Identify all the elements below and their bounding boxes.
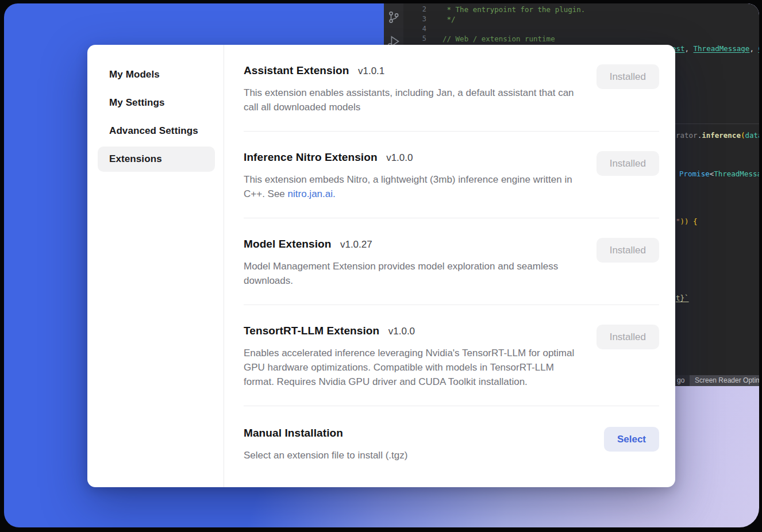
code-fragment: rator.inference(data)); xyxy=(676,131,759,140)
extension-action-button[interactable]: Installed xyxy=(596,151,659,176)
extension-description: This extension embeds Nitro, a lightweig… xyxy=(244,172,580,201)
extension-info: Inference Nitro Extension v1.0.0 This ex… xyxy=(244,150,580,201)
extension-action-button[interactable]: Installed xyxy=(596,64,659,89)
code-token: " xyxy=(676,217,680,226)
code-line: 4 xyxy=(403,24,759,34)
extension-row: TensortRT-LLM Extension v1.0.0 Enables a… xyxy=(244,305,659,406)
extension-version: v1.0.1 xyxy=(358,65,384,76)
settings-modal: My Models My Settings Advanced Settings … xyxy=(87,45,675,487)
extension-header: Model Extension v1.0.27 xyxy=(244,237,580,252)
code-token: )) { xyxy=(680,217,698,226)
extension-name: TensortRT-LLM Extension xyxy=(244,325,379,337)
sidebar-item-label: My Settings xyxy=(109,97,165,109)
extension-description-text: Enables accelerated inference leveraging… xyxy=(244,348,574,387)
extension-name: Inference Nitro Extension xyxy=(244,151,378,163)
extension-description-text: This extension enables assistants, inclu… xyxy=(244,87,574,113)
extension-info: Assistant Extension v1.0.1 This extensio… xyxy=(244,63,580,114)
extension-description: Model Management Extension provides mode… xyxy=(244,259,580,288)
extension-description: Enables accelerated inference leveraging… xyxy=(244,346,580,389)
code-token: inference xyxy=(702,131,741,140)
code-fragment: t}` xyxy=(676,294,689,302)
sidebar-item-label: Extensions xyxy=(109,153,162,165)
extension-action-button[interactable]: Select xyxy=(604,427,659,452)
line-number: 2 xyxy=(403,5,436,14)
code-text xyxy=(436,24,442,34)
source-control-icon[interactable] xyxy=(387,10,401,24)
line-number: 5 xyxy=(403,34,436,44)
code-token: data xyxy=(745,131,759,140)
code-token: ThreadMessage xyxy=(694,44,750,53)
extension-action-button[interactable]: Installed xyxy=(596,238,659,263)
settings-sidebar: My Models My Settings Advanced Settings … xyxy=(87,45,224,487)
extension-description-text: Model Management Extension provides mode… xyxy=(244,261,558,286)
extension-row: Manual Installation Select an extension … xyxy=(244,406,659,479)
extension-info: Manual Installation Select an extension … xyxy=(244,426,407,462)
extension-row: Inference Nitro Extension v1.0.0 This ex… xyxy=(244,132,659,218)
sidebar-item[interactable]: Extensions xyxy=(98,147,215,172)
code-text: // Web / extension runtime xyxy=(436,34,555,44)
extension-description: This extension enables assistants, inclu… xyxy=(244,86,580,114)
desktop-background: 2 * The entrypoint for the plugin. 3 */ … xyxy=(4,3,759,527)
code-fragment: Promise<ThreadMessage> xyxy=(679,169,759,178)
extension-link[interactable]: nitro.jan.ai. xyxy=(288,188,336,199)
code-token: , xyxy=(685,44,694,53)
extension-description: Select an extension file to install (.tg… xyxy=(244,448,407,462)
sidebar-item[interactable]: Advanced Settings xyxy=(98,118,215,144)
code-text: * The entrypoint for the plugin. xyxy=(436,5,585,14)
line-number: 4 xyxy=(403,24,436,34)
code-line: 5 // Web / extension runtime xyxy=(403,34,759,44)
code-token: Promise xyxy=(679,169,710,178)
extension-action-button[interactable]: Installed xyxy=(596,325,659,349)
code-fragment: ")) { xyxy=(676,217,698,226)
code-text: */ xyxy=(436,14,456,24)
code-token: * The entrypoint for the plugin. xyxy=(442,5,585,14)
extension-version: v1.0.0 xyxy=(388,326,415,337)
code-token: ThreadMessage xyxy=(714,169,759,178)
extension-row: Assistant Extension v1.0.1 This extensio… xyxy=(244,45,659,132)
sidebar-item-label: Advanced Settings xyxy=(109,125,198,137)
extension-header: Assistant Extension v1.0.1 xyxy=(244,63,580,79)
code-token: rator xyxy=(676,131,698,140)
extension-name: Model Extension xyxy=(244,238,331,250)
line-number: 3 xyxy=(403,14,436,24)
screen-reader-status[interactable]: Screen Reader Optimized xyxy=(690,375,759,386)
extension-name: Assistant Extension xyxy=(244,64,349,76)
code-line: 3 */ xyxy=(403,14,759,24)
code-line: 2 * The entrypoint for the plugin. xyxy=(403,5,759,14)
extension-version: v1.0.27 xyxy=(340,239,372,250)
code-token: , xyxy=(749,44,758,53)
extensions-panel: Assistant Extension v1.0.1 This extensio… xyxy=(224,45,675,487)
screenshot: 2 * The entrypoint for the plugin. 3 */ … xyxy=(0,0,762,532)
sidebar-item[interactable]: My Models xyxy=(98,62,215,87)
extension-description-text: Select an extension file to install (.tg… xyxy=(244,450,407,461)
status-bar-text: go xyxy=(677,376,684,384)
code-token: // Web / extension runtime xyxy=(442,34,555,43)
extension-name: Manual Installation xyxy=(244,427,343,439)
extension-header: Manual Installation xyxy=(244,426,407,441)
extension-version: v1.0.0 xyxy=(386,152,413,163)
extension-info: TensortRT-LLM Extension v1.0.0 Enables a… xyxy=(244,323,580,389)
sidebar-item-label: My Models xyxy=(109,69,160,80)
extension-row: Model Extension v1.0.27 Model Management… xyxy=(244,218,659,305)
extension-info: Model Extension v1.0.27 Model Management… xyxy=(244,237,580,288)
code-token: ContentType xyxy=(758,44,759,53)
extension-header: TensortRT-LLM Extension v1.0.0 xyxy=(244,323,580,339)
code-token: */ xyxy=(442,15,456,24)
extension-header: Inference Nitro Extension v1.0.0 xyxy=(244,150,580,165)
sidebar-item[interactable]: My Settings xyxy=(98,90,215,115)
code-token: t}` xyxy=(676,294,689,302)
